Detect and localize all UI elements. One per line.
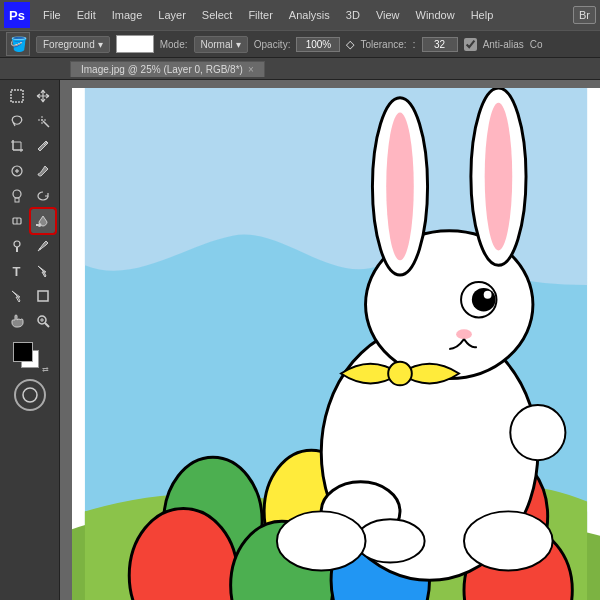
menu-file[interactable]: File <box>36 6 68 24</box>
path-select-tool[interactable] <box>31 259 55 283</box>
menu-image[interactable]: Image <box>105 6 150 24</box>
magic-wand-tool[interactable] <box>31 109 55 133</box>
mode-label: Mode: <box>160 39 188 50</box>
anti-alias-label: Anti-alias <box>483 39 524 50</box>
tool-group-text: T <box>5 259 55 283</box>
svg-point-52 <box>386 113 414 261</box>
menu-filter[interactable]: Filter <box>241 6 279 24</box>
menu-layer[interactable]: Layer <box>151 6 193 24</box>
spot-heal-tool[interactable] <box>5 159 29 183</box>
menu-help[interactable]: Help <box>464 6 501 24</box>
optionsbar: 🪣 Foreground ▾ Mode: Normal ▾ Opacity: ◇… <box>0 30 600 58</box>
mode-dropdown[interactable]: Normal ▾ <box>194 36 248 53</box>
tool-group-crop <box>5 134 55 158</box>
menu-analysis[interactable]: Analysis <box>282 6 337 24</box>
toolbar: T ⇄ <box>0 80 60 600</box>
svg-point-64 <box>464 511 553 570</box>
svg-point-62 <box>510 405 565 460</box>
canvas-content <box>72 88 600 600</box>
menu-select[interactable]: Select <box>195 6 240 24</box>
crop-tool[interactable] <box>5 134 29 158</box>
illustration <box>72 88 600 600</box>
main-layout: T ⇄ <box>0 80 600 600</box>
fill-dropdown[interactable]: Foreground ▾ <box>36 36 110 53</box>
clone-tool[interactable] <box>5 184 29 208</box>
svg-point-57 <box>484 291 492 299</box>
ps-logo: Ps <box>4 2 30 28</box>
tab-title: Image.jpg @ 25% (Layer 0, RGB/8*) <box>81 64 243 75</box>
ellipse-shape-tool[interactable] <box>14 379 46 411</box>
svg-point-54 <box>485 103 513 251</box>
tabbar: Image.jpg @ 25% (Layer 0, RGB/8*) × <box>0 58 600 80</box>
svg-line-25 <box>45 323 49 327</box>
svg-point-22 <box>39 248 41 250</box>
tolerance-label: Tolerance: <box>360 39 406 50</box>
hand-tool[interactable] <box>5 309 29 333</box>
move-tool[interactable] <box>31 84 55 108</box>
svg-point-3 <box>41 119 43 121</box>
anti-alias-checkbox[interactable] <box>464 38 477 51</box>
menu-br[interactable]: Br <box>573 6 596 24</box>
svg-point-20 <box>14 241 20 247</box>
tab-close-button[interactable]: × <box>248 64 254 75</box>
svg-point-59 <box>388 362 412 386</box>
svg-line-2 <box>43 121 49 127</box>
tool-group-shape <box>5 284 55 308</box>
path-tool[interactable] <box>5 284 29 308</box>
tool-group-select2 <box>5 109 55 133</box>
color-tools: ⇄ <box>11 340 49 374</box>
tool-group-dodge <box>5 234 55 258</box>
brush-tool[interactable] <box>31 159 55 183</box>
tool-group-eraser <box>5 209 55 233</box>
menu-view[interactable]: View <box>369 6 407 24</box>
tool-group-nav <box>5 309 55 333</box>
pen-tool[interactable] <box>31 234 55 258</box>
marquee-tool[interactable] <box>5 84 29 108</box>
tool-group-clone <box>5 184 55 208</box>
canvas-area <box>60 80 600 600</box>
tool-options-icon[interactable]: 🪣 <box>6 32 30 56</box>
eyedropper-tool[interactable] <box>31 134 55 158</box>
foreground-color-swatch[interactable] <box>13 342 33 362</box>
svg-rect-0 <box>11 90 23 102</box>
dodge-tool[interactable] <box>5 234 29 258</box>
swap-colors[interactable]: ⇄ <box>42 365 49 374</box>
shape-tool[interactable] <box>31 284 55 308</box>
menu-3d[interactable]: 3D <box>339 6 367 24</box>
lasso-tool[interactable] <box>5 109 29 133</box>
svg-point-28 <box>23 388 37 402</box>
paint-bucket-tool[interactable] <box>31 209 55 233</box>
menu-window[interactable]: Window <box>409 6 462 24</box>
canvas-wrapper <box>72 88 600 600</box>
tool-group-paint <box>5 159 55 183</box>
svg-rect-23 <box>38 291 48 301</box>
svg-point-58 <box>456 329 472 339</box>
document-tab[interactable]: Image.jpg @ 25% (Layer 0, RGB/8*) × <box>70 61 265 77</box>
tolerance-input[interactable] <box>422 37 458 52</box>
svg-point-63 <box>277 511 366 570</box>
svg-point-56 <box>472 288 496 312</box>
eraser-tool[interactable] <box>5 209 29 233</box>
svg-point-16 <box>13 190 21 198</box>
tool-group-select <box>5 84 55 108</box>
opacity-input[interactable] <box>296 37 340 52</box>
menu-edit[interactable]: Edit <box>70 6 103 24</box>
zoom-tool[interactable] <box>31 309 55 333</box>
menubar: Ps File Edit Image Layer Select Filter A… <box>0 0 600 30</box>
opacity-label: Opacity: <box>254 39 291 50</box>
color-swatch[interactable] <box>116 35 154 53</box>
history-brush-tool[interactable] <box>31 184 55 208</box>
contiguous-label: Co <box>530 39 543 50</box>
svg-rect-17 <box>15 198 19 202</box>
text-tool[interactable]: T <box>5 259 29 283</box>
